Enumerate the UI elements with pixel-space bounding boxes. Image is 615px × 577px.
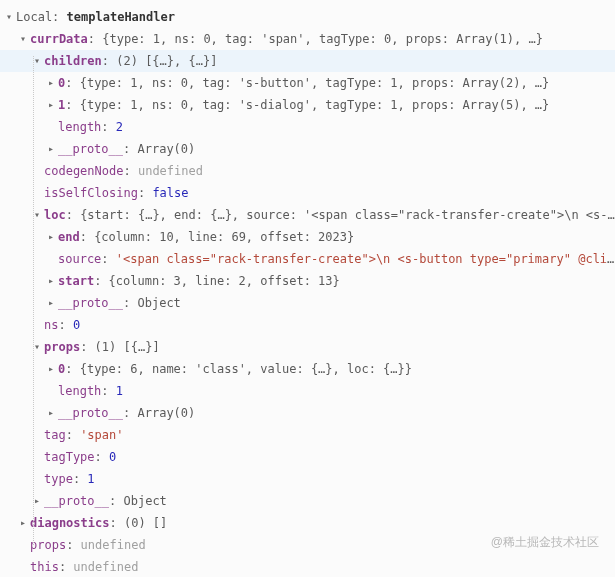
prop-value: (1) [{…}] xyxy=(95,340,160,354)
chevron-right-icon[interactable]: ▸ xyxy=(46,402,56,424)
tree-row-currdata[interactable]: ▾ currData: {type: 1, ns: 0, tag: 'span'… xyxy=(0,28,615,50)
prop-key: __proto__ xyxy=(58,406,123,420)
chevron-down-icon[interactable]: ▾ xyxy=(4,6,14,28)
chevron-right-icon[interactable]: ▸ xyxy=(46,226,56,248)
tree-row-child-1[interactable]: ▸ 1: {type: 1, ns: 0, tag: 's-dialog', t… xyxy=(0,94,615,116)
prop-value: {type: 1, ns: 0, tag: 's-dialog', tagTyp… xyxy=(80,98,550,112)
tree-row-tag[interactable]: ▸ tag: 'span' xyxy=(0,424,615,446)
prop-key: isSelfClosing xyxy=(44,186,138,200)
tree-row-props-length[interactable]: ▸ length: 1 xyxy=(0,380,615,402)
chevron-right-icon[interactable]: ▸ xyxy=(46,94,56,116)
chevron-right-icon[interactable]: ▸ xyxy=(46,358,56,380)
tree-row-ns[interactable]: ▸ ns: 0 xyxy=(0,314,615,336)
prop-key: children xyxy=(44,54,102,68)
prop-key: __proto__ xyxy=(58,142,123,156)
prop-value: {start: {…}, end: {…}, source: '<span cl… xyxy=(80,208,615,222)
tree-row-props[interactable]: ▾ props: (1) [{…}] xyxy=(0,336,615,358)
prop-key: ns xyxy=(44,318,58,332)
chevron-right-icon[interactable]: ▸ xyxy=(18,512,28,534)
tree-guide-line xyxy=(33,56,34,545)
prop-value: {type: 6, name: 'class', value: {…}, loc… xyxy=(80,362,412,376)
tree-row-loc-source[interactable]: ▸ source: '<span class="rack-transfer-cr… xyxy=(0,248,615,270)
scope-label: Local: xyxy=(16,10,67,24)
prop-value: '<span class="rack-transfer-create">\n <… xyxy=(116,252,615,266)
prop-key: tag xyxy=(44,428,66,442)
prop-value: false xyxy=(152,186,188,200)
prop-value: Array(0) xyxy=(137,406,195,420)
scope-name: templateHandler xyxy=(67,10,175,24)
prop-key: length xyxy=(58,120,101,134)
tree-row-loc-end[interactable]: ▸ end: {column: 10, line: 69, offset: 20… xyxy=(0,226,615,248)
prop-value: 2 xyxy=(116,120,123,134)
chevron-down-icon[interactable]: ▾ xyxy=(18,28,28,50)
tree-row-diagnostics[interactable]: ▸ diagnostics: (0) [] xyxy=(0,512,615,534)
prop-key: length xyxy=(58,384,101,398)
prop-value: 0 xyxy=(73,318,80,332)
prop-key: loc xyxy=(44,208,66,222)
tree-row-type[interactable]: ▸ type: 1 xyxy=(0,468,615,490)
tree-row-loc-proto[interactable]: ▸ __proto__: Object xyxy=(0,292,615,314)
prop-value: 1 xyxy=(116,384,123,398)
tree-row-outer-props[interactable]: ▸ props: undefined xyxy=(0,534,615,556)
prop-value: {column: 10, line: 69, offset: 2023} xyxy=(94,230,354,244)
tree-row-tagtype[interactable]: ▸ tagType: 0 xyxy=(0,446,615,468)
object-inspector: ▾ Local: templateHandler ▾ currData: {ty… xyxy=(0,0,615,577)
prop-key: props xyxy=(30,538,66,552)
prop-key: source xyxy=(58,252,101,266)
prop-key: __proto__ xyxy=(58,296,123,310)
prop-key: start xyxy=(58,274,94,288)
prop-key: this xyxy=(30,560,59,574)
prop-value: 0 xyxy=(109,450,116,464)
chevron-right-icon[interactable]: ▸ xyxy=(46,270,56,292)
prop-value: undefined xyxy=(138,164,203,178)
prop-value: Object xyxy=(123,494,166,508)
prop-value: undefined xyxy=(73,560,138,574)
tree-row-props-proto[interactable]: ▸ __proto__: Array(0) xyxy=(0,402,615,424)
prop-value: {column: 3, line: 2, offset: 13} xyxy=(109,274,340,288)
chevron-right-icon[interactable]: ▸ xyxy=(46,292,56,314)
prop-key: diagnostics xyxy=(30,516,109,530)
tree-row-children[interactable]: ▾ children: (2) [{…}, {…}] xyxy=(0,50,615,72)
prop-value: undefined xyxy=(81,538,146,552)
tree-row-this[interactable]: ▸ this: undefined xyxy=(0,556,615,577)
prop-key: codegenNode xyxy=(44,164,123,178)
chevron-right-icon[interactable]: ▸ xyxy=(46,72,56,94)
prop-value: (0) [] xyxy=(124,516,167,530)
prop-key: currData xyxy=(30,32,88,46)
prop-key: __proto__ xyxy=(44,494,109,508)
prop-value: (2) [{…}, {…}] xyxy=(116,54,217,68)
prop-value: {type: 1, ns: 0, tag: 's-button', tagTyp… xyxy=(80,76,550,90)
tree-row-codegen[interactable]: ▸ codegenNode: undefined xyxy=(0,160,615,182)
prop-value: 1 xyxy=(87,472,94,486)
prop-value: {type: 1, ns: 0, tag: 'span', tagType: 0… xyxy=(102,32,543,46)
prop-value: Object xyxy=(137,296,180,310)
prop-value: Array(0) xyxy=(137,142,195,156)
tree-row-loc[interactable]: ▾ loc: {start: {…}, end: {…}, source: '<… xyxy=(0,204,615,226)
tree-row-loc-start[interactable]: ▸ start: {column: 3, line: 2, offset: 13… xyxy=(0,270,615,292)
prop-key: props xyxy=(44,340,80,354)
tree-row-isselfclosing[interactable]: ▸ isSelfClosing: false xyxy=(0,182,615,204)
tree-row-children-proto[interactable]: ▸ __proto__: Array(0) xyxy=(0,138,615,160)
prop-key: type xyxy=(44,472,73,486)
tree-row-child-0[interactable]: ▸ 0: {type: 1, ns: 0, tag: 's-button', t… xyxy=(0,72,615,94)
tree-row-children-length[interactable]: ▸ length: 2 xyxy=(0,116,615,138)
prop-value: 'span' xyxy=(80,428,123,442)
tree-row-proto[interactable]: ▸ __proto__: Object xyxy=(0,490,615,512)
prop-key: end xyxy=(58,230,80,244)
chevron-right-icon[interactable]: ▸ xyxy=(46,138,56,160)
prop-key: tagType xyxy=(44,450,95,464)
tree-row-props-0[interactable]: ▸ 0: {type: 6, name: 'class', value: {…}… xyxy=(0,358,615,380)
